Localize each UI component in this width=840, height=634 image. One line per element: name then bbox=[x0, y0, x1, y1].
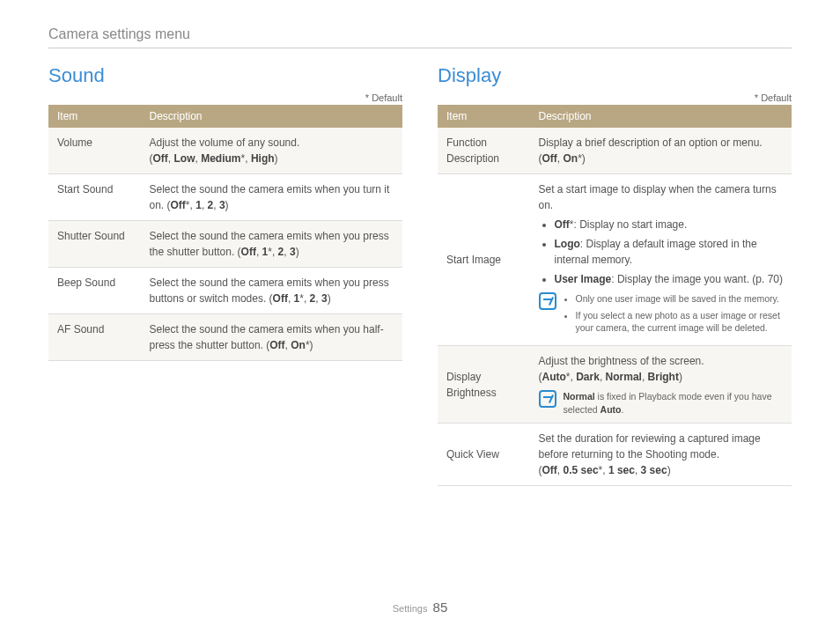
sep: , bbox=[213, 199, 219, 211]
col-item: Item bbox=[48, 105, 141, 128]
item-cell: Volume bbox=[48, 128, 141, 174]
note-icon bbox=[539, 292, 556, 310]
paren: ) bbox=[667, 464, 671, 476]
note-item: If you select a new photo as a user imag… bbox=[576, 309, 783, 335]
opt: On bbox=[291, 339, 306, 351]
desc-cell: Select the sound the camera emits when y… bbox=[141, 268, 402, 314]
paren: ) bbox=[310, 339, 313, 351]
item-cell: Quick View bbox=[438, 424, 530, 486]
col-desc: Description bbox=[141, 105, 402, 128]
desc-text: Select the sound the camera emits when y… bbox=[150, 323, 384, 351]
sep: , bbox=[600, 371, 606, 383]
note-bold: Auto bbox=[601, 404, 622, 415]
desc-cell: Display a brief description of an option… bbox=[530, 128, 792, 174]
sep: , bbox=[256, 246, 262, 258]
sep: , bbox=[635, 464, 641, 476]
option-list: Off*: Display no start image. Logo: Disp… bbox=[539, 217, 783, 287]
item-cell: Shutter Sound bbox=[48, 221, 141, 268]
table-row: Display Brightness Adjust the brightness… bbox=[438, 346, 792, 424]
sep: , bbox=[284, 246, 290, 258]
item-cell: Start Image bbox=[438, 174, 530, 346]
desc-text: Display a brief description of an option… bbox=[539, 136, 763, 149]
table-row: AF Sound Select the sound the camera emi… bbox=[48, 314, 402, 361]
desc-text: Set the duration for reviewing a capture… bbox=[539, 432, 761, 461]
item-cell: Display Brightness bbox=[438, 346, 530, 424]
opt: Off bbox=[241, 246, 256, 258]
display-table: Item Description Function Description Di… bbox=[438, 105, 792, 486]
note-item: Only one user image will be saved in the… bbox=[576, 292, 783, 306]
opt: Off bbox=[171, 199, 186, 211]
list-item: Logo: Display a default image stored in … bbox=[555, 236, 783, 268]
note-text: Normal is fixed in Playback mode even if… bbox=[564, 390, 783, 416]
opt-desc: : Display the image you want. (p. 70) bbox=[611, 273, 783, 285]
paren: ) bbox=[275, 152, 278, 165]
desc-cell: Select the sound the camera emits when y… bbox=[141, 221, 402, 268]
sep: , bbox=[315, 292, 321, 305]
desc-cell: Set a start image to display when the ca… bbox=[530, 174, 792, 346]
default-marker: * Default bbox=[48, 92, 402, 103]
list-item: Off*: Display no start image. bbox=[555, 217, 783, 232]
desc-text: Adjust the volume of any sound. bbox=[150, 136, 300, 149]
table-row: Beep Sound Select the sound the camera e… bbox=[48, 268, 402, 314]
opt-desc: : Display no start image. bbox=[574, 218, 688, 231]
page-number: 85 bbox=[433, 600, 448, 615]
opt: Off bbox=[542, 152, 557, 165]
desc-text: Set a start image to display when the ca… bbox=[539, 183, 777, 211]
note-bold: Normal bbox=[564, 391, 595, 402]
item-cell: Function Description bbox=[438, 128, 530, 174]
opt: Off bbox=[273, 292, 288, 305]
table-row: Quick View Set the duration for reviewin… bbox=[438, 424, 792, 486]
sep: , bbox=[202, 199, 208, 211]
opt-desc: : Display a default image stored in the … bbox=[555, 238, 757, 266]
opt: 1 sec bbox=[608, 464, 635, 476]
item-cell: Start Sound bbox=[48, 174, 141, 221]
opt: Off bbox=[542, 464, 557, 476]
opt: User Image bbox=[555, 273, 612, 285]
page-content: Camera settings menu Sound * Default Ite… bbox=[0, 0, 840, 486]
note-end: . bbox=[621, 404, 623, 415]
item-cell: AF Sound bbox=[48, 314, 141, 361]
sound-title: Sound bbox=[48, 64, 402, 87]
table-row: Function Description Display a brief des… bbox=[438, 128, 792, 174]
col-desc: Description bbox=[530, 105, 792, 128]
note-icon bbox=[539, 390, 556, 408]
sep: , bbox=[304, 292, 310, 305]
paren: ) bbox=[679, 371, 682, 383]
footer-label: Settings bbox=[393, 603, 428, 614]
opt: On bbox=[564, 152, 578, 165]
opt: Logo bbox=[555, 238, 580, 250]
opt: High bbox=[251, 152, 275, 165]
sep: , bbox=[245, 152, 251, 165]
opt: Off bbox=[555, 218, 570, 231]
opt: Medium bbox=[201, 152, 240, 165]
paren: ) bbox=[296, 246, 299, 258]
desc-text: Select the sound the camera emits when y… bbox=[150, 276, 389, 305]
opt: 0.5 sec bbox=[564, 464, 599, 476]
default-marker: * Default bbox=[438, 92, 792, 103]
opt: 3 bbox=[219, 199, 225, 211]
paren: ) bbox=[225, 199, 229, 211]
note-text: Only one user image will be saved in the… bbox=[564, 292, 783, 338]
sep: , bbox=[168, 152, 174, 165]
opt: Off bbox=[269, 339, 284, 351]
display-title: Display bbox=[438, 64, 792, 87]
desc-text: Adjust the brightness of the screen. bbox=[539, 355, 704, 367]
opt: Dark bbox=[576, 371, 600, 383]
opt: Auto bbox=[542, 371, 566, 383]
desc-cell: Adjust the brightness of the screen. (Au… bbox=[530, 346, 792, 424]
display-column: Display * Default Item Description Funct… bbox=[438, 64, 792, 486]
opt: 3 bbox=[290, 246, 296, 258]
breadcrumb: Camera settings menu bbox=[48, 26, 792, 42]
desc-cell: Select the sound the camera emits when y… bbox=[141, 174, 402, 221]
sep: , bbox=[642, 371, 648, 383]
desc-cell: Select the sound the camera emits when y… bbox=[141, 314, 402, 361]
desc-cell: Set the duration for reviewing a capture… bbox=[530, 424, 792, 486]
footer: Settings 85 bbox=[0, 600, 840, 615]
opt: Normal bbox=[606, 371, 642, 383]
paren: ) bbox=[328, 292, 331, 305]
table-row: Start Sound Select the sound the camera … bbox=[48, 174, 402, 221]
opt: 3 sec bbox=[641, 464, 667, 476]
col-item: Item bbox=[438, 105, 530, 128]
paren: ) bbox=[582, 152, 586, 165]
list-item: User Image: Display the image you want. … bbox=[555, 271, 783, 287]
